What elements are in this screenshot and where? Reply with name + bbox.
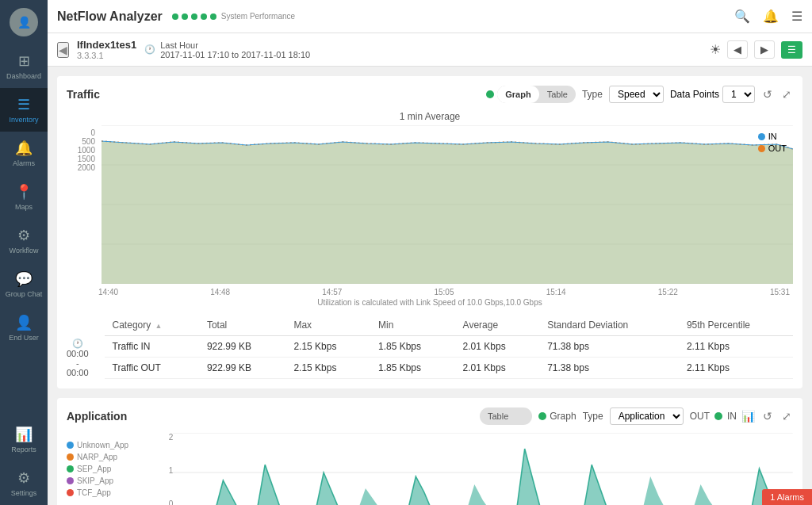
row2-max: 2.15 Kbps (285, 358, 370, 379)
app-chart-area: Unknown_App NARP_App SEP_App SKIP_App (67, 433, 793, 505)
table-row: Traffic OUT 922.99 KB 2.15 Kbps 1.85 Kbp… (105, 358, 793, 379)
col-std-dev[interactable]: Standard Deviation (539, 315, 679, 336)
nav-prev-button[interactable]: ◀ (727, 40, 748, 59)
expand-button[interactable]: ⤢ (780, 86, 793, 102)
row2-total: 922.99 KB (199, 358, 285, 379)
sidebar-item-reports[interactable]: 📊 Reports (0, 418, 48, 461)
col-category[interactable]: Category ▲ (105, 315, 199, 336)
status-dot-2 (182, 13, 188, 20)
app-type-select[interactable]: Application (610, 407, 684, 425)
graph-option[interactable]: Graph (497, 86, 538, 103)
app-svg-wrapper: 0 1 2 (154, 433, 793, 505)
status-dot-1 (172, 13, 178, 20)
app-in-label: IN (727, 411, 737, 422)
app-graph-label: Graph (550, 411, 576, 422)
app-out-in-toggle: OUT IN 📊 (690, 410, 755, 423)
app-table-option[interactable]: Table (480, 407, 516, 425)
sep-app-dot (67, 465, 74, 472)
app-title: NetFlow Analyzer (57, 10, 163, 24)
data-points-group: Data Points 1 (670, 86, 755, 103)
refresh-button[interactable]: ↺ (761, 86, 774, 102)
alarm-bar[interactable]: 1 Alarms (762, 489, 812, 505)
sidebar-label: Settings (11, 489, 37, 497)
app-expand-button[interactable]: ⤢ (780, 408, 793, 424)
app-graph-dot (538, 412, 546, 420)
chart-note: Utilization is calculated with Link Spee… (67, 298, 793, 307)
nav-next-button[interactable]: ▶ (754, 40, 775, 59)
sidebar-label: End User (9, 334, 39, 342)
avatar[interactable]: 👤 (10, 8, 38, 36)
svg-marker-14 (466, 484, 492, 505)
device-ip: 3.3.3.1 (77, 51, 136, 60)
groupchat-icon: 💬 (15, 270, 33, 288)
time-to: 00:00 (67, 368, 89, 377)
row2-min: 1.85 Kbps (370, 358, 455, 379)
bell-icon[interactable]: 🔔 (763, 9, 779, 24)
clock-icon-2: 🕐 (72, 339, 83, 349)
table-option[interactable]: Table (539, 86, 576, 103)
sidebar-item-dashboard[interactable]: ⊞ Dashboard (0, 44, 48, 88)
sep-app-label: SEP_App (77, 465, 111, 473)
svg-marker-12 (358, 488, 383, 505)
status-dots (172, 13, 216, 20)
sidebar-item-groupchat[interactable]: 💬 Group Chat (0, 262, 48, 306)
row1-avg: 2.01 Kbps (455, 336, 540, 358)
legend-out-dot (758, 145, 765, 152)
menu-green-button[interactable]: ☰ (781, 41, 802, 59)
traffic-header: Traffic Graph Table Type Speed Data Poin… (67, 86, 793, 103)
alarm-label: Alarms (777, 492, 804, 502)
tcf-app-label: TCF_App (77, 488, 111, 497)
tcf-app-dot (67, 489, 74, 496)
x-axis: 14:40 14:48 14:57 15:05 15:14 15:22 15:3… (67, 286, 793, 296)
row2-std: 71.38 bps (539, 358, 679, 379)
type-select[interactable]: Speed (609, 86, 664, 103)
sidebar-item-alarms[interactable]: 🔔 Alarms (0, 132, 48, 175)
status-dot-5 (210, 13, 216, 20)
view-toggle[interactable]: Graph Table (497, 86, 576, 103)
back-button[interactable]: ◀ (57, 42, 69, 58)
sidebar-item-workflow[interactable]: ⚙ Workflow (0, 219, 48, 262)
col-max[interactable]: Max (285, 315, 370, 336)
application-title: Application (67, 410, 473, 423)
app-refresh-button[interactable]: ↺ (761, 408, 774, 424)
alarm-count: 1 (770, 492, 775, 502)
row1-std: 71.38 bps (539, 336, 679, 358)
data-points-select[interactable]: 1 (722, 86, 755, 103)
narp-app-dot (67, 453, 74, 461)
sidebar-item-enduser[interactable]: 👤 End User (0, 306, 48, 350)
y-axis: 2000 1500 1000 500 0 (67, 125, 98, 186)
app-view-toggle[interactable]: Table (480, 407, 532, 425)
traffic-chart-container: 1 min Average 2000 1500 1000 500 0 (67, 111, 793, 307)
sidebar-item-inventory[interactable]: ☰ Inventory (0, 88, 48, 132)
brightness-icon[interactable]: ☀ (710, 42, 721, 57)
application-header: Application Table Graph Type Application… (67, 407, 793, 425)
sidebar-label: Workflow (10, 247, 39, 254)
chart-title: 1 min Average (67, 111, 793, 122)
unknown-app-dot (67, 442, 74, 449)
graph-table-toggle: Graph Table (486, 86, 576, 103)
workflow-icon: ⚙ (17, 227, 30, 244)
inventory-icon: ☰ (17, 96, 30, 113)
sidebar-label: Alarms (13, 159, 35, 167)
menu-icon[interactable]: ☰ (791, 9, 802, 24)
reports-icon: 📊 (15, 426, 33, 443)
row2-avg: 2.01 Kbps (455, 358, 540, 379)
col-min[interactable]: Min (370, 315, 455, 336)
sidebar-label: Reports (11, 446, 36, 453)
row1-pct: 2.11 Kbps (679, 336, 793, 358)
time-from: 00:00 (67, 349, 89, 358)
app-type-label: Type (583, 411, 603, 422)
search-icon[interactable]: 🔍 (734, 9, 750, 24)
sidebar-item-settings[interactable]: ⚙ Settings (0, 461, 48, 505)
system-performance-label: System Performance (221, 12, 295, 21)
col-total[interactable]: Total (199, 315, 285, 336)
stats-section: 🕐 00:00 - 00:00 Category ▲ Total Max Min… (67, 315, 793, 379)
device-info: IfIndex1tes1 3.3.3.1 (77, 39, 136, 60)
bar-chart-icon[interactable]: 📊 (741, 410, 755, 423)
col-average[interactable]: Average (455, 315, 540, 336)
dashboard-icon: ⊞ (18, 52, 30, 70)
enduser-icon: 👤 (15, 314, 33, 331)
clock-icon: 🕐 (144, 44, 155, 55)
sidebar-item-maps[interactable]: 📍 Maps (0, 175, 48, 219)
col-percentile[interactable]: 95th Percentile (679, 315, 793, 336)
